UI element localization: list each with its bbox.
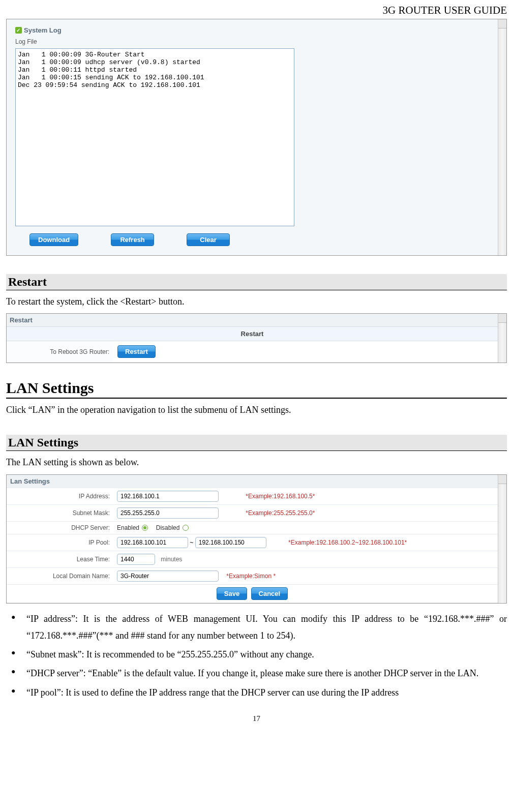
restart-button[interactable]: Restart: [117, 345, 156, 358]
pool-to-input[interactable]: [195, 537, 266, 548]
domain-hint: *Example:Simon *: [226, 573, 276, 580]
clear-button[interactable]: Clear: [187, 233, 230, 246]
restart-panel-title-row: Restart: [7, 314, 498, 327]
restart-panel-title: Restart: [10, 316, 33, 324]
lease-unit: minutes: [161, 556, 182, 563]
radio-icon[interactable]: [142, 525, 148, 531]
bullet-list: “IP address”: It is the address of WEB m…: [6, 611, 507, 701]
radio-icon[interactable]: [183, 525, 189, 531]
syslog-title-row: System Log: [15, 24, 482, 37]
dhcp-label: DHCP Server:: [7, 521, 113, 534]
list-item: “Subnet mask”: It is recommended to be “…: [6, 646, 507, 663]
save-button[interactable]: Save: [217, 587, 247, 600]
pool-sep: ~: [190, 539, 193, 546]
lan-settings-h2: LAN Settings: [6, 435, 507, 451]
restart-row-label: To Reboot 3G Router:: [7, 341, 113, 363]
syslog-title: System Log: [24, 26, 62, 34]
page-number: 17: [6, 714, 507, 723]
lan-intro1: Click “LAN” in the operation navigation …: [6, 404, 507, 416]
lan-panel: Lan Settings IP Address: *Example:192.16…: [6, 474, 507, 604]
restart-intro: To restart the system, click the <Restar…: [6, 295, 507, 308]
refresh-button[interactable]: Refresh: [111, 233, 154, 246]
page-header: 3G ROUTER USER GUIDE: [6, 4, 507, 17]
lease-input[interactable]: [117, 554, 155, 565]
mask-label: Subnet Mask:: [7, 504, 113, 521]
log-textarea[interactable]: Jan 1 00:00:09 3G-Router Start Jan 1 00:…: [15, 48, 294, 226]
domain-input[interactable]: [117, 570, 219, 582]
pool-from-input[interactable]: [117, 537, 188, 548]
mask-hint: *Example:255.255.255.0*: [246, 509, 315, 517]
list-item: “IP pool”: It is used to define the IP a…: [6, 684, 507, 701]
scrollbar[interactable]: [498, 19, 506, 255]
cancel-button[interactable]: Cancel: [251, 587, 288, 600]
pool-hint: *Example:192.168.100.2~192.168.100.101*: [288, 539, 407, 546]
syslog-panel: System Log Log File Jan 1 00:00:09 3G-Ro…: [6, 19, 507, 256]
lan-panel-title: Lan Settings: [10, 477, 50, 485]
list-item: “DHCP server”: “Enable” is the default v…: [6, 665, 507, 682]
pool-label: IP Pool:: [7, 534, 113, 551]
ip-label: IP Address:: [7, 488, 113, 504]
mask-input[interactable]: [117, 507, 219, 519]
ip-hint: *Example:192.168.100.5*: [246, 493, 315, 500]
logfile-label: Log File: [15, 38, 482, 45]
restart-heading: Restart: [6, 274, 507, 290]
syslog-button-row: Download Refresh Clear: [15, 233, 482, 246]
list-item: “IP address”: It is the address of WEB m…: [6, 611, 507, 645]
lan-intro2: The LAN setting is shown as below.: [6, 456, 507, 469]
lan-settings-h1: LAN Settings: [6, 378, 507, 399]
scrollbar[interactable]: [498, 314, 506, 363]
dhcp-disabled-label[interactable]: Disabled: [156, 524, 189, 531]
lan-panel-title-row: Lan Settings: [7, 475, 498, 488]
dhcp-enabled-label[interactable]: Enabled: [117, 524, 148, 531]
restart-subheader: Restart: [7, 327, 498, 341]
lease-label: Lease Time:: [7, 551, 113, 567]
ip-input[interactable]: [117, 491, 219, 502]
scrollbar[interactable]: [498, 475, 506, 603]
check-icon: [15, 27, 22, 34]
download-button[interactable]: Download: [29, 233, 78, 246]
domain-label: Local Domain Name:: [7, 567, 113, 584]
restart-panel: Restart Restart To Reboot 3G Router: Res…: [6, 313, 507, 363]
